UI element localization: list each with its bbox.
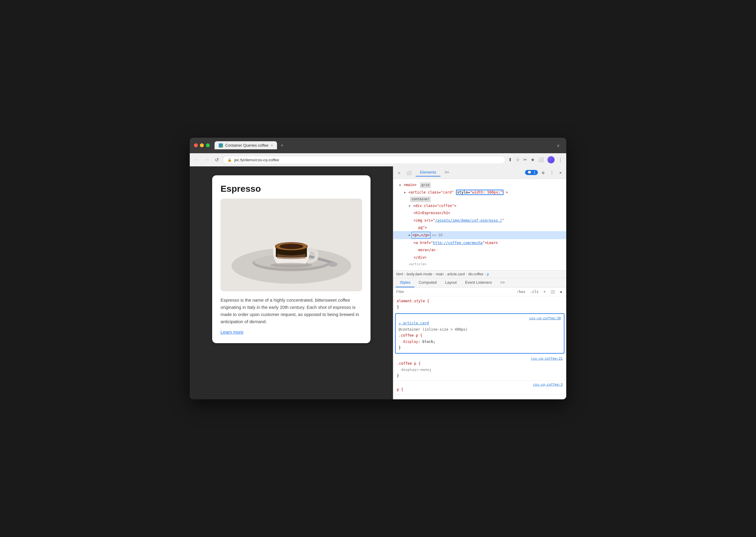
html-line-h1[interactable]: <h1>Espresso</h1> bbox=[393, 209, 566, 217]
coffee-p-file-link[interactable]: css-cq-coffee:21 bbox=[531, 356, 563, 360]
menu-icon[interactable]: ⋮ bbox=[558, 157, 563, 162]
coffee-card: Espresso bbox=[212, 175, 371, 343]
tab-bar: Container Queries coffee × + ∨ bbox=[214, 141, 562, 150]
breadcrumb-main[interactable]: main bbox=[436, 272, 444, 276]
elements-tab[interactable]: Elements bbox=[416, 168, 440, 177]
p-source: css-cq-coffee:3 bbox=[397, 383, 563, 387]
add-style-button[interactable]: + bbox=[542, 289, 547, 295]
forward-button[interactable]: → bbox=[203, 156, 211, 164]
inspect-element-button[interactable]: ↖ bbox=[396, 169, 402, 176]
svg-point-9 bbox=[270, 263, 312, 268]
html-line-a[interactable]: <a href="http://coffee.com/mocha">Learn bbox=[393, 239, 566, 246]
title-bar: Container Queries coffee × + ∨ bbox=[190, 138, 566, 153]
elements-panel: ▼ <main> grid ▼ <article class="card" st… bbox=[393, 179, 566, 270]
devtools-toolbar: ↖ ⬜ Elements >> 💬 1 ⚙ ⋮ × bbox=[393, 166, 566, 179]
bookmark-icon[interactable]: ☆ bbox=[516, 157, 520, 162]
html-line-img[interactable]: <img src="/assets/img/demo/cof-espresso.… bbox=[393, 217, 566, 224]
cls-button[interactable]: .cls bbox=[529, 289, 540, 295]
container-source-link[interactable]: ↗ article.card bbox=[399, 321, 429, 325]
hov-button[interactable]: :hov bbox=[515, 289, 527, 295]
svg-point-5 bbox=[328, 262, 337, 267]
back-button[interactable]: ← bbox=[193, 156, 200, 164]
html-line-article[interactable]: ▼ <article class="card" style="width: 50… bbox=[393, 189, 566, 196]
tab-menu-button[interactable]: ∨ bbox=[554, 142, 562, 149]
coffee-p-section: css-cq-coffee:21 .coffee p { display: no… bbox=[393, 355, 566, 381]
container-query-file-link[interactable]: css-cq-coffee:30 bbox=[529, 316, 561, 320]
html-line-div-close[interactable]: </div> bbox=[393, 254, 566, 261]
console-badge[interactable]: 💬 1 bbox=[525, 170, 538, 175]
styles-panel: Styles Computed Layout Event Listeners >… bbox=[393, 278, 566, 399]
container-query-rule: ↗ article.card @container (inline-size >… bbox=[399, 320, 561, 351]
styles-tab[interactable]: Styles bbox=[396, 278, 415, 287]
coffee-p-source: css-cq-coffee:21 bbox=[397, 356, 563, 360]
espresso-image-svg bbox=[232, 200, 351, 290]
settings-button[interactable]: ⚙ bbox=[540, 169, 546, 176]
learn-more-link[interactable]: Learn more bbox=[221, 329, 244, 335]
share-icon[interactable]: ⬆ bbox=[508, 157, 512, 162]
devtools-panel: ↖ ⬜ Elements >> 💬 1 ⚙ ⋮ × ▼ <main> bbox=[393, 166, 566, 399]
p-rule: p { bbox=[397, 387, 563, 392]
breadcrumb-div[interactable]: div.coffee bbox=[468, 272, 483, 276]
container-query-source: css-cq-coffee:30 bbox=[399, 316, 561, 320]
extensions-icon[interactable]: ✂ bbox=[523, 157, 527, 162]
element-style-selector: element.style { bbox=[397, 299, 429, 303]
more-options-button[interactable]: ⋮ bbox=[548, 169, 556, 176]
window-icon[interactable]: ⬜ bbox=[538, 157, 544, 162]
coffee-p-close: } bbox=[397, 374, 399, 378]
html-line-img-cont[interactable]: pg"> bbox=[393, 224, 566, 231]
maximize-window-button[interactable] bbox=[206, 144, 210, 147]
styles-filter-input[interactable] bbox=[396, 290, 513, 294]
tab-favicon-icon bbox=[219, 144, 223, 147]
devtools-close-button[interactable]: × bbox=[558, 169, 563, 176]
devtools-tabs: Elements >> bbox=[416, 168, 522, 177]
url-bar[interactable]: 🔒 jec.fyi/demo/css-cq-coffee bbox=[223, 156, 505, 164]
minimize-window-button[interactable] bbox=[200, 144, 204, 147]
computed-tab[interactable]: Computed bbox=[415, 278, 441, 287]
p-section: css-cq-coffee:3 p { bbox=[393, 381, 566, 394]
browser-body: Espresso bbox=[190, 166, 566, 399]
html-line-p[interactable]: ▶ <p>…</p> == $0 bbox=[393, 231, 566, 239]
breadcrumb-bar: html › body.dark-mode › main › article.c… bbox=[393, 270, 566, 278]
new-tab-button[interactable]: + bbox=[277, 141, 287, 150]
event-listeners-tab[interactable]: Event Listeners bbox=[461, 278, 496, 287]
breadcrumb-p[interactable]: p bbox=[487, 272, 489, 276]
p-file-link[interactable]: css-cq-coffee:3 bbox=[533, 383, 563, 387]
element-style-section: element.style { } bbox=[393, 296, 566, 312]
coffee-description: Espresso is the name of a highly concent… bbox=[221, 297, 362, 325]
new-style-rule-button[interactable]: ⬜ bbox=[549, 289, 556, 295]
avatar[interactable] bbox=[548, 156, 555, 163]
active-tab[interactable]: Container Queries coffee × bbox=[214, 141, 277, 149]
at-container-rule: @container (inline-size > 400px) bbox=[399, 327, 467, 332]
html-line-article-close[interactable]: <article> bbox=[393, 261, 566, 268]
devtools-toolbar-right: 💬 1 ⚙ ⋮ × bbox=[525, 169, 563, 176]
toolbar-icons: ⬆ ☆ ✂ ★ ⬜ ⋮ bbox=[508, 156, 563, 163]
tab-title: Container Queries coffee bbox=[225, 143, 268, 147]
coffee-card-title: Espresso bbox=[221, 184, 362, 194]
device-toolbar-button[interactable]: ⬜ bbox=[405, 169, 413, 176]
close-window-button[interactable] bbox=[194, 144, 198, 147]
container-query-section: css-cq-coffee:30 ↗ article.card @contain… bbox=[395, 313, 564, 353]
display-val-cq: block bbox=[422, 340, 433, 344]
more-style-tabs[interactable]: >> bbox=[496, 278, 509, 287]
filter-bar: :hov .cls + ⬜ ◀ bbox=[393, 288, 566, 296]
display-prop-strikethrough: display bbox=[401, 368, 416, 372]
more-tabs-button[interactable]: >> bbox=[440, 168, 453, 177]
pinned-extension-icon[interactable]: ★ bbox=[531, 157, 535, 162]
filter-actions: :hov .cls + ⬜ ◀ bbox=[515, 289, 563, 295]
styles-tabs: Styles Computed Layout Event Listeners >… bbox=[393, 278, 566, 288]
browser-window: Container Queries coffee × + ∨ ← → ↺ 🔒 j… bbox=[190, 138, 566, 399]
html-line-a-cont[interactable]: more</a> bbox=[393, 246, 566, 254]
traffic-lights bbox=[194, 144, 210, 147]
html-line-main[interactable]: ▼ <main> grid bbox=[393, 181, 566, 189]
breadcrumb-body[interactable]: body.dark-mode bbox=[407, 272, 432, 276]
layout-tab[interactable]: Layout bbox=[441, 278, 461, 287]
page-content: Espresso bbox=[190, 166, 393, 399]
html-badge-container-line: container bbox=[393, 196, 566, 202]
address-bar: ← → ↺ 🔒 jec.fyi/demo/css-cq-coffee ⬆ ☆ ✂… bbox=[190, 153, 566, 166]
tab-close-icon[interactable]: × bbox=[271, 144, 273, 147]
toggle-sidebar-button[interactable]: ◀ bbox=[558, 289, 563, 295]
breadcrumb-html[interactable]: html bbox=[396, 272, 403, 276]
breadcrumb-article[interactable]: article.card bbox=[447, 272, 465, 276]
html-line-div-coffee[interactable]: ▼ <div class="coffee"> bbox=[393, 202, 566, 209]
reload-button[interactable]: ↺ bbox=[214, 156, 220, 164]
